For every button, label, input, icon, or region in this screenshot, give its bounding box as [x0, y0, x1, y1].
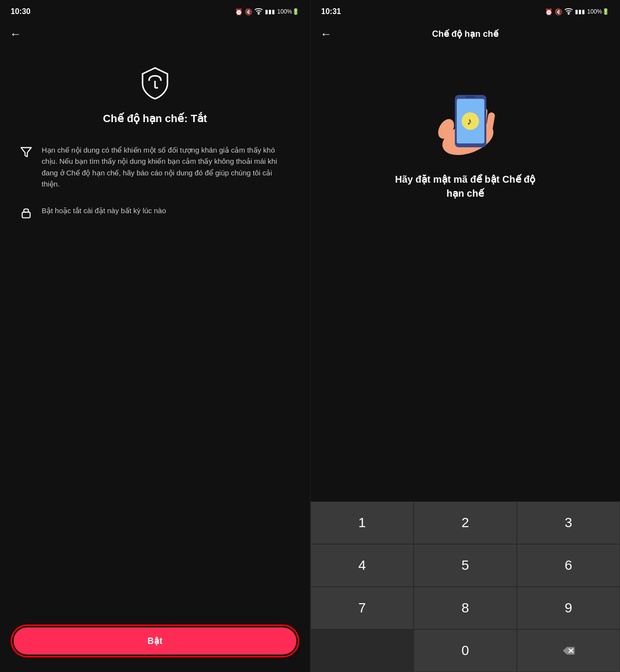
- numpad-key-4[interactable]: 4: [310, 544, 414, 587]
- right-panel: 10:31 ⏰ 🔇 ▮▮▮ 100%🔋 ← Chế độ hạn chế: [310, 0, 620, 672]
- right-back-button[interactable]: ←: [320, 28, 332, 40]
- right-content: ♪ Hãy đặt mật mã để bật Chế độ hạn chế: [310, 47, 620, 501]
- phone-illustration: ♪: [417, 61, 514, 158]
- numpad-key-7[interactable]: 7: [310, 587, 414, 629]
- right-status-bar: 10:31 ⏰ 🔇 ▮▮▮ 100%🔋: [310, 0, 620, 21]
- mute-icon-r: 🔇: [555, 8, 562, 16]
- left-status-bar: 10:30 ⏰ 🔇 ▮▮▮ 100%🔋: [0, 0, 310, 21]
- numpad-key-8[interactable]: 8: [414, 587, 517, 629]
- svg-marker-3: [21, 148, 31, 157]
- signal-icon: ▮▮▮: [265, 8, 275, 15]
- left-bottom-bar: Bật: [0, 618, 310, 672]
- filter-icon: [19, 145, 33, 161]
- numpad-row-4: 0: [310, 629, 620, 672]
- feature-item-filter: Hạn chế nội dung có thể khiến một số đối…: [19, 144, 291, 189]
- numpad-key-3[interactable]: 3: [517, 501, 620, 544]
- numpad-row-3: 7 8 9: [310, 587, 620, 629]
- feature-text-lock: Bật hoặc tắt cài đặt này bất kỳ lúc nào: [42, 205, 166, 216]
- battery-icon-r: 100%🔋: [587, 8, 609, 15]
- numpad-key-6[interactable]: 6: [517, 544, 620, 587]
- shield-icon: [138, 66, 172, 103]
- numpad-key-5[interactable]: 5: [414, 544, 517, 587]
- numpad-key-2[interactable]: 2: [414, 501, 517, 544]
- numpad-row-2: 4 5 6: [310, 544, 620, 587]
- features-list: Hạn chế nội dung có thể khiến một số đối…: [15, 144, 295, 221]
- left-nav-bar: ←: [0, 21, 310, 47]
- left-back-button[interactable]: ←: [10, 28, 21, 40]
- mute-icon: 🔇: [245, 8, 252, 16]
- numpad-delete-button[interactable]: [517, 629, 620, 672]
- feature-item-lock: Bật hoặc tắt cài đặt này bất kỳ lúc nào: [19, 205, 291, 221]
- svg-text:♪: ♪: [467, 116, 472, 126]
- right-nav-title: Chế độ hạn chế: [432, 29, 498, 39]
- numpad-key-0[interactable]: 0: [414, 629, 517, 672]
- battery-icon: 100%🔋: [277, 8, 299, 15]
- lock-icon: [19, 206, 33, 221]
- left-panel: 10:30 ⏰ 🔇 ▮▮▮ 100%🔋 ←: [0, 0, 310, 672]
- enable-button[interactable]: Bật: [14, 627, 296, 655]
- left-time: 10:30: [11, 7, 31, 16]
- left-content: Chế độ hạn chế: Tắt Hạn chế nội dung có …: [0, 47, 310, 618]
- numpad-key-empty: [310, 629, 414, 672]
- numpad-key-1[interactable]: 1: [310, 501, 414, 544]
- numpad: 1 2 3 4 5 6 7 8 9 0: [310, 501, 620, 672]
- right-time: 10:31: [321, 7, 341, 16]
- left-status-icons: ⏰ 🔇 ▮▮▮ 100%🔋: [235, 8, 299, 16]
- right-nav-bar: ← Chế độ hạn chế: [310, 21, 620, 47]
- feature-text-filter: Hạn chế nội dung có thể khiến một số đối…: [42, 144, 291, 189]
- svg-point-0: [258, 14, 259, 15]
- svg-point-5: [568, 14, 569, 15]
- alarm-icon-r: ⏰: [545, 8, 553, 16]
- svg-rect-4: [22, 212, 30, 218]
- alarm-icon: ⏰: [235, 8, 243, 16]
- wifi-icon-r: [564, 8, 573, 16]
- numpad-row-1: 1 2 3: [310, 501, 620, 544]
- numpad-key-9[interactable]: 9: [517, 587, 620, 629]
- right-status-icons: ⏰ 🔇 ▮▮▮ 100%🔋: [545, 8, 609, 16]
- svg-rect-16: [465, 96, 475, 98]
- mode-title: Chế độ hạn chế: Tắt: [103, 112, 207, 125]
- wifi-icon: [254, 8, 263, 16]
- password-prompt: Hãy đặt mật mã để bật Chế độ hạn chế: [388, 172, 543, 201]
- signal-icon-r: ▮▮▮: [575, 8, 585, 15]
